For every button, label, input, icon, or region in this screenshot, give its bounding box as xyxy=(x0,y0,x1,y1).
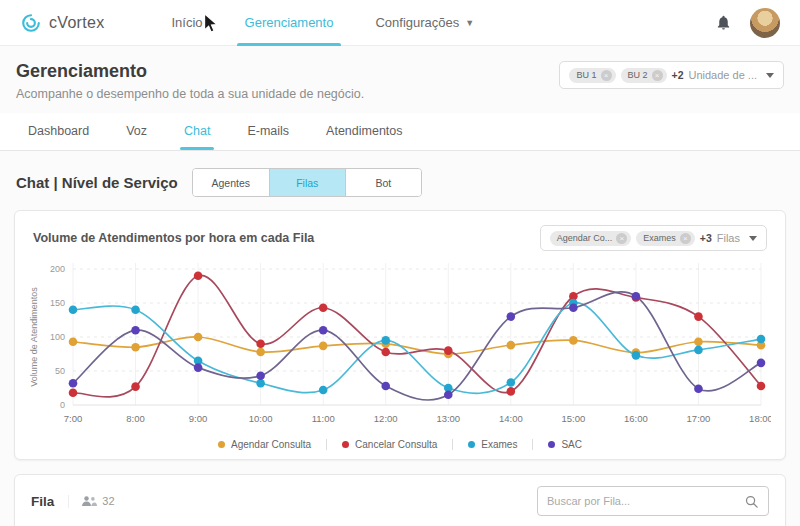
queues-users-icon xyxy=(82,495,97,508)
svg-text:14:00: 14:00 xyxy=(499,413,523,424)
legend-item-exames[interactable]: Exames xyxy=(452,439,532,450)
volume-line-chart: 0501001502007:008:009:0010:0011:0012:001… xyxy=(27,255,771,433)
svg-text:13:00: 13:00 xyxy=(436,413,460,424)
svg-text:18:00: 18:00 xyxy=(749,413,771,424)
legend-item-sac[interactable]: SAC xyxy=(532,439,597,450)
svg-text:150: 150 xyxy=(50,298,65,308)
bu-more-count: +2 xyxy=(672,69,684,81)
cvortex-spiral-icon xyxy=(20,12,42,34)
svg-text:15:00: 15:00 xyxy=(561,413,585,424)
remove-bu-2-icon[interactable] xyxy=(652,70,663,81)
bu-chip-2-label: BU 2 xyxy=(628,70,648,80)
queue-filter-select[interactable]: Agendar Co... Exames +3 Filas xyxy=(540,225,767,251)
page-title: Gerenciamento xyxy=(16,61,364,82)
queues-table-card: Fila 32 Fila Situação dos 00:00 - 01:00 … xyxy=(14,474,786,526)
svg-text:Volume de Atendimentos: Volume de Atendimentos xyxy=(29,287,39,387)
view-segmented-control: Agentes Filas Bot xyxy=(192,168,422,197)
legend-dot-icon xyxy=(548,441,555,448)
svg-text:17:00: 17:00 xyxy=(687,413,711,424)
tab-voz[interactable]: Voz xyxy=(126,113,147,150)
page-subtitle: Acompanhe o desempenho de toda a sua uni… xyxy=(16,87,364,101)
table-header-row: Fila 32 xyxy=(15,475,785,526)
queues-count: 32 xyxy=(102,495,114,507)
section-title: Chat | Nível de Serviço xyxy=(16,174,178,191)
notification-bell-icon[interactable] xyxy=(715,13,732,32)
svg-text:9:00: 9:00 xyxy=(189,413,208,424)
search-queue-input[interactable] xyxy=(547,495,744,507)
page-content: Gerenciamento Acompanhe o desempenho de … xyxy=(0,46,800,526)
chart-title: Volume de Atendimentos por hora em cada … xyxy=(33,231,314,245)
volume-chart-card: Volume de Atendimentos por hora em cada … xyxy=(14,210,786,460)
tab-chat[interactable]: Chat xyxy=(184,113,210,150)
remove-filter-1-icon[interactable] xyxy=(616,233,627,244)
user-avatar[interactable] xyxy=(750,8,780,38)
search-field-wrap xyxy=(537,486,769,516)
filter-label: Filas xyxy=(717,232,740,244)
filter-chip-1-label: Agendar Co... xyxy=(557,233,613,243)
chart-header: Volume de Atendimentos por hora em cada … xyxy=(27,219,773,255)
chevron-down-icon: ▼ xyxy=(465,18,474,28)
legend-label: Exames xyxy=(481,439,517,450)
tab-dashboard[interactable]: Dashboard xyxy=(28,113,89,150)
nav-right-actions xyxy=(715,8,780,38)
bu-select-placeholder: Unidade de ... xyxy=(689,69,758,81)
segment-agentes-button[interactable]: Agentes xyxy=(193,169,269,196)
mouse-cursor-icon xyxy=(202,13,219,35)
bu-chip-2: BU 2 xyxy=(621,68,667,83)
svg-text:100: 100 xyxy=(50,332,65,342)
svg-text:11:00: 11:00 xyxy=(312,413,335,424)
filter-more-count: +3 xyxy=(700,232,712,244)
remove-filter-2-icon[interactable] xyxy=(680,233,691,244)
page-header-text: Gerenciamento Acompanhe o desempenho de … xyxy=(16,61,364,101)
cvortex-logo[interactable]: cVortex xyxy=(20,12,104,34)
chart-legend: Agendar Consulta Cancelar Consulta Exame… xyxy=(27,437,773,459)
legend-item-agendar-consulta[interactable]: Agendar Consulta xyxy=(203,439,326,450)
chevron-down-icon xyxy=(766,73,774,78)
legend-label: Agendar Consulta xyxy=(231,439,311,450)
legend-dot-icon xyxy=(218,441,225,448)
search-icon[interactable] xyxy=(744,494,759,509)
filter-chip-2: Exames xyxy=(636,231,695,246)
page-header: Gerenciamento Acompanhe o desempenho de … xyxy=(14,46,786,109)
legend-dot-icon xyxy=(342,441,349,448)
svg-text:0: 0 xyxy=(60,400,65,410)
top-navigation-bar: cVortex Início Gerenciamento Configuraçõ… xyxy=(0,0,800,46)
nav-item-configuracoes-label: Configurações xyxy=(375,15,459,30)
svg-text:200: 200 xyxy=(50,264,65,274)
nav-item-inicio[interactable]: Início xyxy=(171,0,202,46)
section-header-row: Chat | Nível de Serviço Agentes Filas Bo… xyxy=(14,151,786,210)
svg-text:8:00: 8:00 xyxy=(126,413,145,424)
svg-text:16:00: 16:00 xyxy=(624,413,648,424)
logo-text: cVortex xyxy=(49,14,104,32)
svg-text:7:00: 7:00 xyxy=(64,413,83,424)
tab-bar: Dashboard Voz Chat E-mails Atendimentos xyxy=(0,113,800,151)
svg-text:12:00: 12:00 xyxy=(374,413,398,424)
segment-bot-button[interactable]: Bot xyxy=(345,169,421,196)
legend-label: SAC xyxy=(561,439,582,450)
legend-dot-icon xyxy=(468,441,475,448)
remove-bu-1-icon[interactable] xyxy=(601,70,612,81)
bu-chip-1: BU 1 xyxy=(569,68,615,83)
nav-item-configuracoes[interactable]: Configurações▼ xyxy=(375,0,474,46)
nav-item-gerenciamento[interactable]: Gerenciamento xyxy=(245,0,334,46)
legend-item-cancelar-consulta[interactable]: Cancelar Consulta xyxy=(326,439,452,450)
table-title: Fila xyxy=(31,494,54,509)
bu-chip-1-label: BU 1 xyxy=(576,70,596,80)
chevron-down-icon xyxy=(749,236,757,241)
tab-emails[interactable]: E-mails xyxy=(247,113,289,150)
business-unit-select[interactable]: BU 1 BU 2 +2 Unidade de ... xyxy=(559,61,784,89)
legend-label: Cancelar Consulta xyxy=(355,439,437,450)
filter-chip-1: Agendar Co... xyxy=(550,231,632,246)
table-count-wrap: 32 xyxy=(68,495,114,508)
svg-text:10:00: 10:00 xyxy=(249,413,273,424)
tab-atendimentos[interactable]: Atendimentos xyxy=(326,113,402,150)
svg-text:50: 50 xyxy=(55,366,65,376)
filter-chip-2-label: Exames xyxy=(643,233,676,243)
segment-filas-button[interactable]: Filas xyxy=(269,169,345,196)
